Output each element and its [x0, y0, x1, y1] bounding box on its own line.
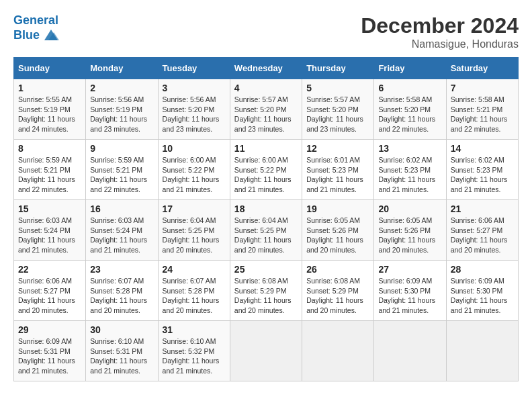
day-number: 31 — [163, 324, 226, 335]
day-info: Sunrise: 6:06 AM Sunset: 5:27 PM Dayligh… — [18, 276, 81, 316]
day-number: 17 — [163, 203, 226, 214]
calendar-cell — [374, 321, 446, 381]
day-number: 5 — [306, 83, 369, 93]
day-info: Sunrise: 5:58 AM Sunset: 5:21 PM Dayligh… — [451, 95, 514, 134]
calendar-table: SundayMondayTuesdayWednesdayThursdayFrid… — [13, 57, 519, 381]
day-info: Sunrise: 6:09 AM Sunset: 5:30 PM Dayligh… — [378, 276, 441, 316]
day-number: 25 — [234, 264, 298, 275]
day-header-monday: Monday — [86, 58, 158, 79]
day-number: 21 — [451, 203, 514, 214]
calendar-cell: 6Sunrise: 5:58 AM Sunset: 5:20 PM Daylig… — [374, 79, 446, 140]
calendar-cell: 20Sunrise: 6:05 AM Sunset: 5:26 PM Dayli… — [374, 200, 446, 261]
calendar-cell: 2Sunrise: 5:56 AM Sunset: 5:19 PM Daylig… — [86, 79, 158, 140]
day-number: 26 — [306, 264, 369, 275]
calendar-header-row: SundayMondayTuesdayWednesdayThursdayFrid… — [14, 58, 519, 79]
day-info: Sunrise: 6:10 AM Sunset: 5:32 PM Dayligh… — [163, 336, 226, 376]
calendar-cell: 19Sunrise: 6:05 AM Sunset: 5:26 PM Dayli… — [302, 200, 374, 261]
day-header-friday: Friday — [374, 58, 446, 79]
day-number: 8 — [18, 143, 81, 154]
calendar-cell: 25Sunrise: 6:08 AM Sunset: 5:29 PM Dayli… — [230, 261, 302, 321]
day-info: Sunrise: 6:07 AM Sunset: 5:28 PM Dayligh… — [163, 276, 226, 316]
day-info: Sunrise: 5:59 AM Sunset: 5:21 PM Dayligh… — [90, 155, 153, 195]
day-header-saturday: Saturday — [446, 58, 518, 79]
calendar-cell: 10Sunrise: 6:00 AM Sunset: 5:22 PM Dayli… — [158, 140, 230, 200]
calendar-cell — [302, 321, 374, 381]
day-info: Sunrise: 6:03 AM Sunset: 5:24 PM Dayligh… — [90, 216, 153, 255]
day-number: 15 — [18, 203, 81, 214]
calendar-cell: 4Sunrise: 5:57 AM Sunset: 5:20 PM Daylig… — [230, 79, 302, 140]
day-info: Sunrise: 6:09 AM Sunset: 5:31 PM Dayligh… — [18, 336, 81, 376]
day-header-sunday: Sunday — [14, 58, 86, 79]
day-info: Sunrise: 5:58 AM Sunset: 5:20 PM Dayligh… — [378, 95, 441, 134]
calendar-week-3: 15Sunrise: 6:03 AM Sunset: 5:24 PM Dayli… — [14, 200, 519, 261]
page-header: General Blue December 2024 Namasigue, Ho… — [13, 13, 519, 50]
day-number: 9 — [90, 143, 153, 154]
logo: General Blue — [13, 13, 60, 43]
day-info: Sunrise: 5:57 AM Sunset: 5:20 PM Dayligh… — [234, 95, 298, 134]
calendar-cell: 24Sunrise: 6:07 AM Sunset: 5:28 PM Dayli… — [158, 261, 230, 321]
calendar-cell: 1Sunrise: 5:55 AM Sunset: 5:19 PM Daylig… — [14, 79, 86, 140]
calendar-cell: 11Sunrise: 6:00 AM Sunset: 5:22 PM Dayli… — [230, 140, 302, 200]
day-info: Sunrise: 6:10 AM Sunset: 5:31 PM Dayligh… — [90, 336, 153, 376]
day-number: 7 — [451, 83, 514, 93]
day-number: 1 — [18, 83, 81, 93]
day-number: 12 — [306, 143, 369, 154]
day-number: 30 — [90, 324, 153, 335]
calendar-cell: 31Sunrise: 6:10 AM Sunset: 5:32 PM Dayli… — [158, 321, 230, 381]
day-number: 20 — [378, 203, 441, 214]
calendar-cell: 15Sunrise: 6:03 AM Sunset: 5:24 PM Dayli… — [14, 200, 86, 261]
calendar-cell: 23Sunrise: 6:07 AM Sunset: 5:28 PM Dayli… — [86, 261, 158, 321]
day-number: 2 — [90, 83, 153, 93]
calendar-cell: 12Sunrise: 6:01 AM Sunset: 5:23 PM Dayli… — [302, 140, 374, 200]
day-number: 13 — [378, 143, 441, 154]
day-number: 29 — [18, 324, 81, 335]
day-number: 28 — [451, 264, 514, 275]
calendar-cell: 3Sunrise: 5:56 AM Sunset: 5:20 PM Daylig… — [158, 79, 230, 140]
calendar-cell: 22Sunrise: 6:06 AM Sunset: 5:27 PM Dayli… — [14, 261, 86, 321]
calendar-cell: 5Sunrise: 5:57 AM Sunset: 5:20 PM Daylig… — [302, 79, 374, 140]
day-info: Sunrise: 5:59 AM Sunset: 5:21 PM Dayligh… — [18, 155, 81, 195]
day-info: Sunrise: 6:05 AM Sunset: 5:26 PM Dayligh… — [378, 216, 441, 255]
day-number: 23 — [90, 264, 153, 275]
day-number: 4 — [234, 83, 298, 93]
day-info: Sunrise: 5:56 AM Sunset: 5:20 PM Dayligh… — [163, 95, 226, 134]
logo-text: General — [13, 13, 60, 28]
day-number: 22 — [18, 264, 81, 275]
day-info: Sunrise: 6:04 AM Sunset: 5:25 PM Dayligh… — [163, 216, 226, 255]
day-info: Sunrise: 6:05 AM Sunset: 5:26 PM Dayligh… — [306, 216, 369, 255]
day-number: 6 — [378, 83, 441, 93]
day-number: 24 — [163, 264, 226, 275]
day-header-thursday: Thursday — [302, 58, 374, 79]
calendar-cell: 14Sunrise: 6:02 AM Sunset: 5:23 PM Dayli… — [446, 140, 518, 200]
calendar-cell: 28Sunrise: 6:09 AM Sunset: 5:30 PM Dayli… — [446, 261, 518, 321]
calendar-cell — [230, 321, 302, 381]
calendar-body: 1Sunrise: 5:55 AM Sunset: 5:19 PM Daylig… — [14, 79, 519, 381]
day-info: Sunrise: 6:08 AM Sunset: 5:29 PM Dayligh… — [306, 276, 369, 316]
calendar-cell: 18Sunrise: 6:04 AM Sunset: 5:25 PM Dayli… — [230, 200, 302, 261]
day-info: Sunrise: 6:02 AM Sunset: 5:23 PM Dayligh… — [451, 155, 514, 195]
day-number: 19 — [306, 203, 369, 214]
day-number: 11 — [234, 143, 298, 154]
logo-blue: Blue — [13, 28, 40, 43]
logo-icon — [42, 28, 60, 43]
day-info: Sunrise: 6:03 AM Sunset: 5:24 PM Dayligh… — [18, 216, 81, 255]
day-info: Sunrise: 6:00 AM Sunset: 5:22 PM Dayligh… — [163, 155, 226, 195]
day-number: 27 — [378, 264, 441, 275]
calendar-cell: 29Sunrise: 6:09 AM Sunset: 5:31 PM Dayli… — [14, 321, 86, 381]
calendar-cell: 21Sunrise: 6:06 AM Sunset: 5:27 PM Dayli… — [446, 200, 518, 261]
day-number: 14 — [451, 143, 514, 154]
day-number: 18 — [234, 203, 298, 214]
day-number: 3 — [163, 83, 226, 93]
day-header-wednesday: Wednesday — [230, 58, 302, 79]
calendar-cell: 9Sunrise: 5:59 AM Sunset: 5:21 PM Daylig… — [86, 140, 158, 200]
calendar-week-4: 22Sunrise: 6:06 AM Sunset: 5:27 PM Dayli… — [14, 261, 519, 321]
day-number: 16 — [90, 203, 153, 214]
day-info: Sunrise: 6:08 AM Sunset: 5:29 PM Dayligh… — [234, 276, 298, 316]
day-info: Sunrise: 6:04 AM Sunset: 5:25 PM Dayligh… — [234, 216, 298, 255]
calendar-cell: 13Sunrise: 6:02 AM Sunset: 5:23 PM Dayli… — [374, 140, 446, 200]
day-info: Sunrise: 6:01 AM Sunset: 5:23 PM Dayligh… — [306, 155, 369, 195]
day-info: Sunrise: 6:02 AM Sunset: 5:23 PM Dayligh… — [378, 155, 441, 195]
month-year-title: December 2024 — [361, 13, 519, 38]
calendar-week-1: 1Sunrise: 5:55 AM Sunset: 5:19 PM Daylig… — [14, 79, 519, 140]
day-info: Sunrise: 5:55 AM Sunset: 5:19 PM Dayligh… — [18, 95, 81, 134]
